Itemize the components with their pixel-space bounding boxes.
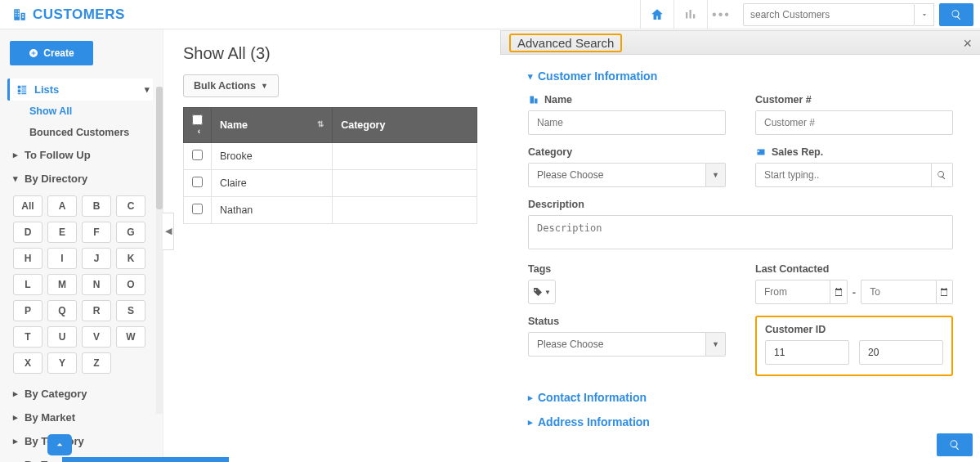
customers-table: ‹ Name ⇅ Category BrookeClaireNathan <box>183 107 477 224</box>
chevron-down-icon: ▾ <box>13 173 18 184</box>
nav-home-button[interactable] <box>640 0 674 29</box>
directory-letter[interactable]: T <box>13 326 43 348</box>
sales-rep-input[interactable] <box>755 163 932 187</box>
sales-rep-lookup-button[interactable] <box>932 163 954 187</box>
directory-letter[interactable]: J <box>82 248 111 269</box>
directory-letter[interactable]: X <box>13 352 43 374</box>
directory-letter[interactable]: W <box>116 326 145 348</box>
building-icon <box>11 7 28 22</box>
directory-letter[interactable]: G <box>116 222 145 243</box>
create-button[interactable]: Create <box>10 41 93 65</box>
home-icon <box>650 7 665 22</box>
caret-down-icon: ▼ <box>712 171 719 179</box>
directory-letter[interactable]: A <box>47 195 77 217</box>
sidebar: Create Lists ▾ Show All Bounced Customer… <box>0 29 163 462</box>
table-row[interactable]: Nathan <box>184 197 477 224</box>
description-input[interactable] <box>528 215 953 249</box>
section-contact-info[interactable]: ▸ Contact Information <box>528 391 953 404</box>
directory-letter[interactable]: M <box>47 274 77 295</box>
customer-id-to-input[interactable] <box>859 340 943 365</box>
tags-button[interactable]: ▼ <box>528 280 556 304</box>
directory-letter[interactable]: H <box>13 248 43 269</box>
status-select-toggle[interactable]: ▼ <box>706 332 726 357</box>
sidebar-collapse-handle[interactable]: ◀ <box>163 213 174 250</box>
category-label: Category <box>528 146 572 158</box>
name-input[interactable] <box>528 110 726 135</box>
sidebar-lists[interactable]: Lists ▾ <box>7 78 153 101</box>
directory-letter[interactable]: U <box>47 326 77 348</box>
bar-chart-icon <box>683 7 698 22</box>
ellipsis-icon: ••• <box>712 7 731 22</box>
directory-letter[interactable]: L <box>13 274 43 295</box>
row-category <box>333 197 477 224</box>
row-checkbox[interactable] <box>192 150 203 160</box>
nav-more-button[interactable]: ••• <box>707 0 735 29</box>
top-search-dropdown-button[interactable] <box>915 3 934 26</box>
scrollbar[interactable] <box>156 87 163 414</box>
tag-icon <box>533 287 543 297</box>
section-contact-info-label: Contact Information <box>538 391 647 404</box>
tags-label: Tags <box>528 263 551 275</box>
directory-letter[interactable]: Z <box>82 352 111 374</box>
directory-letter[interactable]: I <box>47 248 77 269</box>
last-contacted-from-input[interactable] <box>755 280 830 304</box>
advanced-search-title: Advanced Search <box>509 34 622 52</box>
section-address-info[interactable]: ▸ Address Information <box>528 415 953 428</box>
directory-letter[interactable]: K <box>116 248 145 269</box>
sidebar-by-category[interactable]: ▸ By Category <box>10 382 153 406</box>
row-checkbox[interactable] <box>192 204 203 214</box>
directory-letter[interactable]: O <box>116 274 145 295</box>
sidebar-show-all[interactable]: Show All <box>10 101 153 122</box>
top-search-button[interactable] <box>939 3 973 26</box>
section-customer-info[interactable]: ▾ Customer Information <box>528 70 953 83</box>
directory-letter[interactable]: F <box>82 222 111 243</box>
advanced-search-panel: Advanced Search × ▾ Customer Information… <box>500 30 980 461</box>
category-select[interactable]: Please Choose ▼ <box>528 163 726 187</box>
id-card-icon <box>755 147 767 157</box>
top-search-input[interactable] <box>743 3 915 26</box>
row-checkbox[interactable] <box>192 177 203 187</box>
from-calendar-button[interactable] <box>830 280 847 304</box>
directory-letter[interactable]: N <box>82 274 111 295</box>
brand-label: CUSTOMERS <box>33 7 125 23</box>
directory-letter[interactable]: C <box>116 195 145 217</box>
column-name[interactable]: Name ⇅ <box>212 108 333 143</box>
scroll-to-top-button[interactable] <box>47 434 72 455</box>
directory-letter[interactable]: V <box>82 326 111 348</box>
directory-letter[interactable]: B <box>82 195 111 217</box>
table-row[interactable]: Claire <box>184 170 477 197</box>
bulk-actions-button[interactable]: Bulk Actions ▼ <box>183 74 279 97</box>
sidebar-by-market[interactable]: ▸ By Market <box>10 406 153 429</box>
sidebar-by-territory[interactable]: ▸ By Territory <box>10 429 153 453</box>
customer-id-from-input[interactable] <box>765 340 849 365</box>
category-select-toggle[interactable]: ▼ <box>706 163 726 187</box>
select-all-checkbox[interactable] <box>192 114 203 125</box>
name-label: Name <box>544 94 572 105</box>
calendar-icon <box>939 287 949 297</box>
to-calendar-button[interactable] <box>937 280 953 304</box>
description-label: Description <box>528 199 584 210</box>
sidebar-follow-up[interactable]: ▸ To Follow Up <box>10 143 153 167</box>
directory-grid: AllABCDEFGHIJKLMNOPQRSTUVWXYZ <box>10 191 153 382</box>
close-button[interactable]: × <box>963 35 972 52</box>
directory-letter[interactable]: P <box>13 300 43 321</box>
last-contacted-to-input[interactable] <box>861 280 936 304</box>
sidebar-bounced[interactable]: Bounced Customers <box>10 122 153 143</box>
column-category[interactable]: Category <box>333 108 477 143</box>
directory-letter[interactable]: D <box>13 222 43 243</box>
brand: CUSTOMERS <box>11 7 125 23</box>
customer-num-input[interactable] <box>755 110 953 135</box>
directory-letter[interactable]: S <box>116 300 145 321</box>
column-check[interactable]: ‹ <box>184 108 212 143</box>
status-select[interactable]: Please Choose ▼ <box>528 332 726 357</box>
directory-letter[interactable]: Q <box>47 300 77 321</box>
advanced-search-submit-button[interactable] <box>937 433 973 456</box>
directory-letter[interactable]: Y <box>47 352 77 374</box>
scroll-thumb[interactable] <box>156 87 163 209</box>
nav-reports-button[interactable] <box>673 0 708 29</box>
directory-letter[interactable]: E <box>47 222 77 243</box>
sidebar-by-directory[interactable]: ▾ By Directory <box>10 167 153 191</box>
table-row[interactable]: Brooke <box>184 143 477 170</box>
directory-letter[interactable]: All <box>13 195 43 217</box>
directory-letter[interactable]: R <box>82 300 111 321</box>
